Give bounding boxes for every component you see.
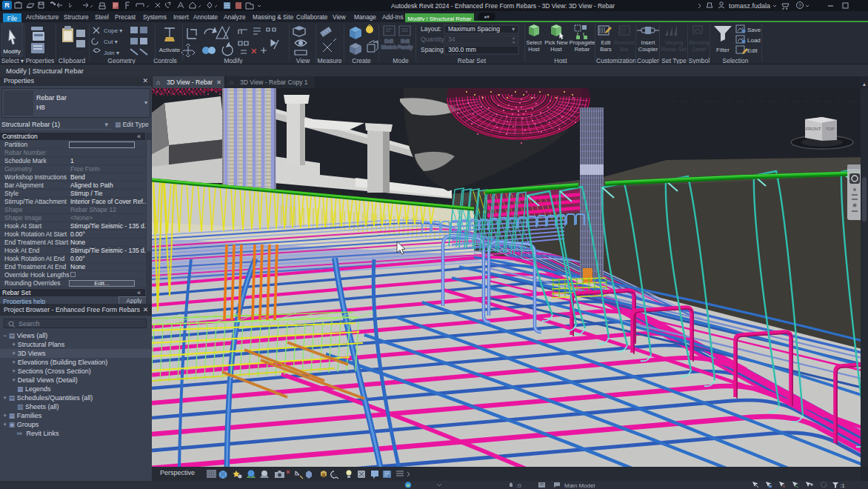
svg-text:Spacing:: Spacing: (421, 46, 445, 53)
svg-text:Cope ▾: Cope ▾ (104, 27, 122, 34)
svg-text:Detail: Detail (692, 46, 707, 53)
svg-text:▾: ▾ (512, 25, 515, 33)
svg-text:Layout:: Layout: (421, 25, 441, 33)
svg-text:?: ? (798, 3, 801, 8)
svg-text:tomasz.fudala: tomasz.fudala (729, 2, 770, 10)
svg-text:Join ▾: Join ▾ (104, 50, 119, 56)
svg-text:Rebar Set: Rebar Set (661, 46, 687, 53)
svg-text:Modify: Modify (3, 48, 21, 55)
svg-text:Main Model: Main Model (564, 482, 595, 489)
svg-text:Pick New: Pick New (544, 39, 568, 46)
svg-text:Varying: Varying (665, 39, 684, 46)
svg-text:34: 34 (448, 36, 455, 43)
svg-text:Host: Host (550, 46, 562, 53)
svg-text:Remove: Remove (614, 39, 635, 46)
svg-text:Select: Select (527, 39, 543, 46)
svg-text:Edit: Edit (747, 47, 758, 54)
svg-text:Host: Host (528, 46, 540, 53)
svg-text:Filter: Filter (716, 47, 730, 53)
svg-text:FRONT: FRONT (806, 127, 821, 131)
svg-text:Activate: Activate (159, 47, 181, 53)
svg-text:Edit: Edit (601, 39, 612, 46)
svg-text:Edit: Edit (401, 39, 410, 44)
svg-text:TOP: TOP (826, 127, 835, 131)
svg-text:Bar: Bar (620, 46, 629, 53)
svg-text:Propagate: Propagate (570, 39, 595, 46)
svg-text:Insert: Insert (641, 39, 656, 46)
svg-text:Coupler: Coupler (638, 46, 658, 53)
svg-text:▾: ▾ (513, 40, 515, 44)
svg-text:Family: Family (398, 44, 413, 50)
svg-text:66: 66 (332, 473, 337, 477)
svg-text:Quantity:: Quantity: (421, 36, 446, 43)
svg-text:Save: Save (747, 27, 761, 33)
svg-text:Bending: Bending (689, 39, 710, 46)
svg-text:Cut ▾: Cut ▾ (104, 39, 118, 45)
svg-text:Load: Load (747, 37, 761, 44)
svg-text:Maximum Spacing: Maximum Spacing (448, 25, 500, 33)
svg-text:300.0 mm: 300.0 mm (448, 46, 476, 53)
svg-text:Bars: Bars (600, 46, 612, 53)
svg-text:Rebar: Rebar (575, 46, 590, 53)
svg-text:Sketch: Sketch (381, 44, 397, 50)
svg-text::0: :0 (516, 482, 521, 489)
svg-text::1: :1 (840, 482, 845, 489)
svg-text:Edit: Edit (384, 39, 393, 44)
